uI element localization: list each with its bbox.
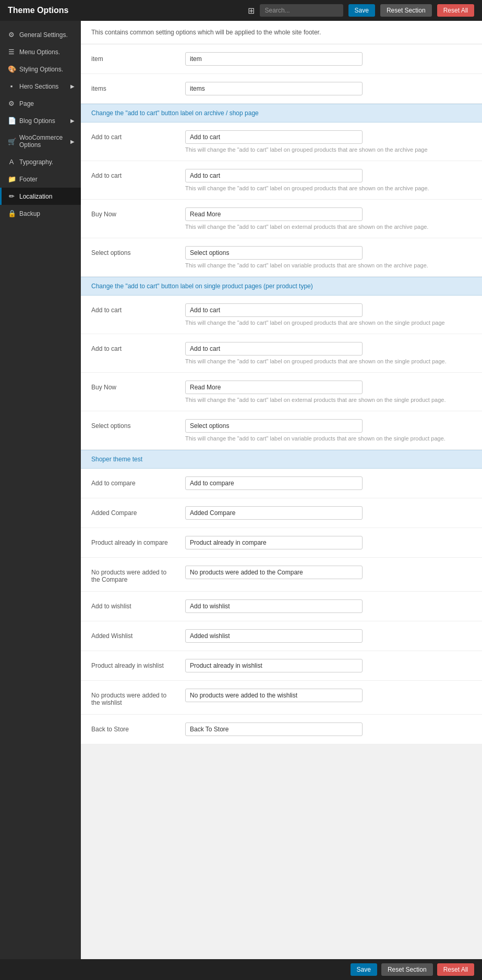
field-archive-add-to-cart-2-hint: This will change the "add to cart" label… bbox=[185, 185, 472, 191]
field-add-to-wishlist-content bbox=[185, 599, 472, 613]
field-single-add-to-cart-2-input[interactable] bbox=[185, 342, 363, 356]
field-archive-select-options-input[interactable] bbox=[185, 246, 363, 260]
field-single-add-to-cart-1-input[interactable] bbox=[185, 303, 363, 317]
field-single-buy-now-content: This will change the "add to cart" label… bbox=[185, 381, 472, 403]
page-icon: ⚙ bbox=[8, 100, 15, 107]
field-no-products-compare-label: No products were added to the Compare bbox=[91, 566, 175, 583]
field-items-label: items bbox=[91, 82, 175, 92]
field-single-select-options-content: This will change the "add to cart" label… bbox=[185, 419, 472, 442]
field-archive-add-to-cart-1-input[interactable] bbox=[185, 130, 363, 144]
sidebar-item-hero-sections[interactable]: ▪ Hero Sections ▶ bbox=[0, 78, 81, 95]
sidebar-item-footer[interactable]: 📁 Footer bbox=[0, 170, 81, 188]
field-archive-add-to-cart-2-label: Add to cart bbox=[91, 169, 175, 179]
field-archive-select-options: Select options This will change the "add… bbox=[81, 238, 482, 277]
field-added-wishlist-label: Added Wishlist bbox=[91, 629, 175, 640]
field-archive-add-to-cart-1: Add to cart This will change the "add to… bbox=[81, 123, 482, 161]
field-single-add-to-cart-2: Add to cart This will change the "add to… bbox=[81, 334, 482, 373]
field-archive-select-options-hint: This will change the "add to cart" label… bbox=[185, 262, 472, 268]
field-archive-buy-now-content: This will change the "add to cart" label… bbox=[185, 207, 472, 230]
field-added-wishlist-input[interactable] bbox=[185, 629, 363, 643]
field-item-content bbox=[185, 52, 472, 66]
field-single-add-to-cart-2-hint: This will change the "add to cart" label… bbox=[185, 358, 472, 364]
field-items-input[interactable] bbox=[185, 82, 363, 95]
section-header-single: Change the "add to cart" button label on… bbox=[81, 277, 482, 296]
sidebar: ⚙ General Settings. ☰ Menu Options. 🎨 St… bbox=[0, 21, 81, 959]
grid-icon: ⊞ bbox=[248, 6, 255, 16]
field-product-already-wishlist: Product already in wishlist bbox=[81, 651, 482, 681]
sidebar-item-menu-options[interactable]: ☰ Menu Options. bbox=[0, 43, 81, 60]
section-header-shoper-text: Shoper theme test bbox=[91, 456, 142, 463]
field-no-products-compare-input[interactable] bbox=[185, 566, 363, 579]
field-archive-select-options-content: This will change the "add to cart" label… bbox=[185, 246, 472, 268]
section-header-archive: Change the "add to cart" button label on… bbox=[81, 104, 482, 123]
field-single-buy-now: Buy Now This will change the "add to car… bbox=[81, 373, 482, 411]
sidebar-item-general-settings[interactable]: ⚙ General Settings. bbox=[0, 26, 81, 43]
field-single-select-options-label: Select options bbox=[91, 419, 175, 430]
typography-icon: A bbox=[8, 158, 15, 166]
field-item-input[interactable] bbox=[185, 52, 363, 66]
backup-icon: 🔒 bbox=[8, 210, 15, 217]
field-archive-add-to-cart-2-input[interactable] bbox=[185, 169, 363, 182]
sidebar-label-menu-options: Menu Options. bbox=[19, 48, 60, 56]
field-single-select-options: Select options This will change the "add… bbox=[81, 411, 482, 450]
field-no-products-compare-content bbox=[185, 566, 472, 579]
sidebar-item-styling-options[interactable]: 🎨 Styling Options. bbox=[0, 60, 81, 78]
field-archive-buy-now-label: Buy Now bbox=[91, 207, 175, 218]
field-product-already-compare: Product already in compare bbox=[81, 528, 482, 558]
bottom-save-button[interactable]: Save bbox=[351, 963, 377, 976]
field-archive-add-to-cart-1-hint: This will change the "add to cart" label… bbox=[185, 146, 472, 153]
footer-icon: 📁 bbox=[8, 175, 15, 183]
field-archive-buy-now-input[interactable] bbox=[185, 207, 363, 221]
field-back-to-store-input[interactable] bbox=[185, 722, 363, 736]
field-back-to-store-label: Back to Store bbox=[91, 722, 175, 733]
sidebar-item-page[interactable]: ⚙ Page bbox=[0, 95, 81, 112]
field-archive-add-to-cart-2: Add to cart This will change the "add to… bbox=[81, 161, 482, 200]
field-product-already-compare-input[interactable] bbox=[185, 536, 363, 549]
sidebar-item-backup[interactable]: 🔒 Backup bbox=[0, 205, 81, 222]
sidebar-label-page: Page bbox=[19, 100, 34, 107]
field-product-already-compare-content bbox=[185, 536, 472, 549]
field-no-products-compare: No products were added to the Compare bbox=[81, 558, 482, 592]
field-added-compare-input[interactable] bbox=[185, 506, 363, 520]
field-no-products-wishlist-label: No products were added to the wishlist bbox=[91, 689, 175, 706]
field-product-already-wishlist-input[interactable] bbox=[185, 659, 363, 672]
field-back-to-store-content bbox=[185, 722, 472, 736]
sidebar-item-localization[interactable]: ✏ Localization bbox=[0, 188, 81, 205]
field-added-wishlist: Added Wishlist bbox=[81, 621, 482, 651]
bottom-reset-section-button[interactable]: Reset Section bbox=[381, 963, 433, 976]
field-archive-add-to-cart-2-content: This will change the "add to cart" label… bbox=[185, 169, 472, 191]
search-input[interactable] bbox=[260, 4, 343, 17]
field-archive-add-to-cart-1-content: This will change the "add to cart" label… bbox=[185, 130, 472, 153]
field-no-products-wishlist-input[interactable] bbox=[185, 689, 363, 702]
bottom-reset-all-button[interactable]: Reset All bbox=[437, 963, 474, 976]
sidebar-item-blog-options[interactable]: 📄 Blog Options ▶ bbox=[0, 112, 81, 129]
sidebar-item-woocommerce-options[interactable]: 🛒 WooCommerce Options ▶ bbox=[0, 129, 81, 153]
field-single-buy-now-input[interactable] bbox=[185, 381, 363, 394]
sidebar-item-typography[interactable]: A Typography. bbox=[0, 153, 81, 170]
hero-sections-arrow-icon: ▶ bbox=[70, 83, 75, 89]
field-single-select-options-input[interactable] bbox=[185, 419, 363, 433]
field-added-compare-label: Added Compare bbox=[91, 506, 175, 517]
sidebar-label-typography: Typography. bbox=[19, 158, 53, 166]
field-items-content bbox=[185, 82, 472, 95]
field-add-to-compare-label: Add to compare bbox=[91, 476, 175, 487]
main-layout: ⚙ General Settings. ☰ Menu Options. 🎨 St… bbox=[0, 21, 482, 959]
field-no-products-wishlist: No products were added to the wishlist bbox=[81, 681, 482, 715]
top-reset-all-button[interactable]: Reset All bbox=[437, 4, 474, 17]
bottom-bar: Save Reset Section Reset All bbox=[0, 959, 482, 980]
top-save-button[interactable]: Save bbox=[348, 4, 375, 17]
woocommerce-arrow-icon: ▶ bbox=[70, 139, 75, 144]
field-add-to-compare-content bbox=[185, 476, 472, 490]
hero-sections-icon: ▪ bbox=[8, 82, 15, 90]
field-add-to-compare-input[interactable] bbox=[185, 476, 363, 490]
field-single-add-to-cart-2-label: Add to cart bbox=[91, 342, 175, 352]
blog-options-arrow-icon: ▶ bbox=[70, 118, 75, 124]
field-add-to-wishlist-input[interactable] bbox=[185, 599, 363, 613]
field-items: items bbox=[81, 74, 482, 104]
top-reset-section-button[interactable]: Reset Section bbox=[380, 4, 432, 17]
general-settings-icon: ⚙ bbox=[8, 31, 15, 39]
section-header-shoper: Shoper theme test bbox=[81, 450, 482, 469]
field-single-select-options-hint: This will change the "add to cart" label… bbox=[185, 435, 472, 442]
field-add-to-wishlist: Add to wishlist bbox=[81, 592, 482, 621]
sidebar-label-backup: Backup bbox=[19, 210, 40, 217]
